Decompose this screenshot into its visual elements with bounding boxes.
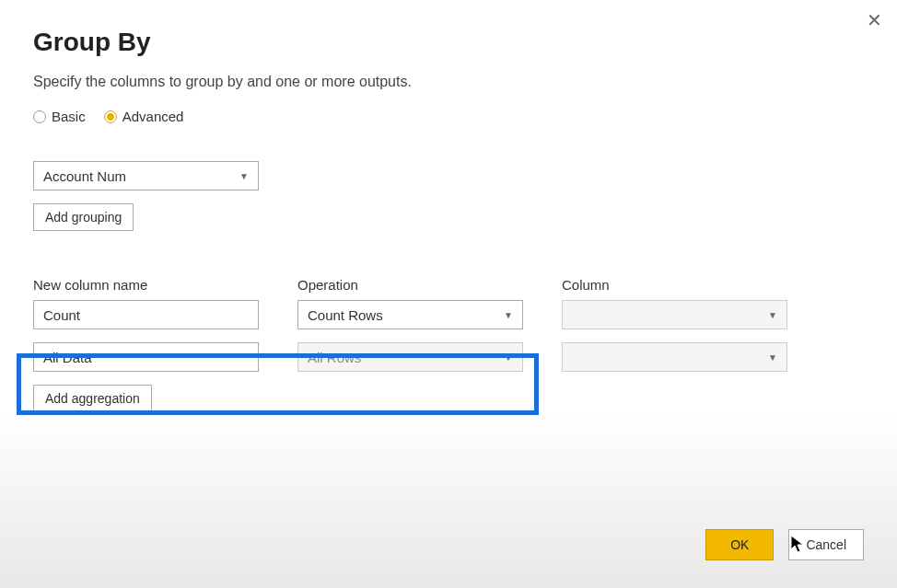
radio-icon-unselected xyxy=(33,110,46,123)
chevron-down-icon: ▼ xyxy=(239,171,249,181)
new-column-name-input[interactable] xyxy=(33,300,259,329)
dialog-footer: OK Cancel xyxy=(705,529,864,560)
column-select[interactable]: ▼ xyxy=(562,342,787,372)
chevron-down-icon: ▼ xyxy=(504,310,513,320)
add-aggregation-button[interactable]: Add aggregation xyxy=(33,385,152,412)
add-grouping-button[interactable]: Add grouping xyxy=(33,203,134,231)
dialog-title: Group By xyxy=(33,28,864,57)
ok-button[interactable]: OK xyxy=(705,529,774,560)
radio-advanced-label: Advanced xyxy=(122,109,184,124)
header-column: Column xyxy=(562,277,787,293)
operation-value: Count Rows xyxy=(308,307,383,323)
dialog-subtitle: Specify the columns to group by and one … xyxy=(33,74,864,90)
radio-advanced[interactable]: Advanced xyxy=(104,109,184,124)
group-by-column-value: Account Num xyxy=(43,168,126,184)
aggregation-headers: New column name Operation Column xyxy=(33,277,864,293)
header-operation: Operation xyxy=(297,277,523,293)
group-by-column-select[interactable]: Account Num ▼ xyxy=(33,161,259,190)
chevron-down-icon: ▼ xyxy=(768,352,777,363)
new-column-name-input[interactable] xyxy=(33,342,259,372)
cancel-button[interactable]: Cancel xyxy=(788,529,864,560)
radio-basic[interactable]: Basic xyxy=(33,109,86,124)
radio-basic-label: Basic xyxy=(52,109,86,124)
radio-inner-dot xyxy=(107,113,114,121)
operation-select[interactable]: All Rows ▼ xyxy=(297,342,523,372)
column-select[interactable]: ▼ xyxy=(562,300,787,329)
aggregation-row: All Rows ▼ ▼ xyxy=(33,342,864,372)
operation-value: All Rows xyxy=(308,350,361,365)
aggregation-row: Count Rows ▼ ▼ xyxy=(33,300,864,329)
mode-radio-group: Basic Advanced xyxy=(33,109,864,124)
chevron-down-icon: ▼ xyxy=(504,352,513,363)
header-new-column: New column name xyxy=(33,277,259,293)
radio-icon-selected xyxy=(104,110,117,123)
operation-select[interactable]: Count Rows ▼ xyxy=(297,300,523,329)
chevron-down-icon: ▼ xyxy=(768,310,777,320)
close-button[interactable]: ✕ xyxy=(867,9,882,31)
